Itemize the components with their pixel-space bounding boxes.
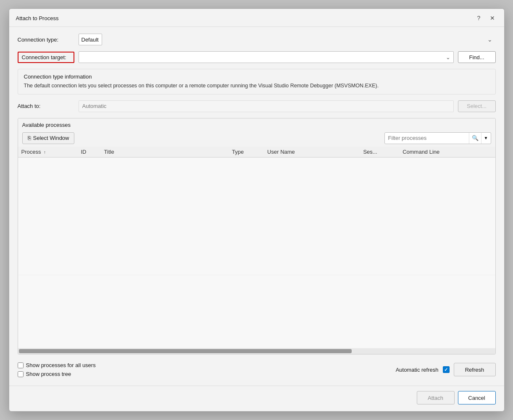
process-table-wrap: Process ↑ ID Title Type — [18, 147, 495, 348]
close-button[interactable]: ✕ — [487, 13, 497, 23]
filter-input[interactable] — [385, 135, 469, 141]
attach-button[interactable]: Attach — [417, 391, 455, 404]
col-cmdline-label: Command Line — [403, 149, 439, 155]
connection-type-select-wrapper: Default — [79, 34, 496, 45]
col-id-label: ID — [81, 149, 86, 155]
title-bar: Attach to Process ? ✕ — [9, 9, 504, 27]
automatic-refresh-checkbox[interactable] — [443, 366, 450, 373]
connection-type-label: Connection type: — [18, 37, 74, 43]
attach-to-label: Attach to: — [18, 103, 74, 109]
col-username-label: User Name — [267, 149, 295, 155]
processes-toolbar: ⎘ Select Window 🔍 ▼ — [18, 131, 495, 147]
connection-type-select[interactable]: Default — [79, 34, 102, 45]
col-session-label: Ses... — [363, 149, 377, 155]
search-icon: 🔍 — [472, 135, 479, 141]
horizontal-scrollbar[interactable] — [18, 348, 495, 354]
bottom-left-options: Show processes for all users Show proces… — [18, 362, 96, 377]
info-box-title: Connection type information — [24, 74, 489, 80]
col-cmdline[interactable]: Command Line — [399, 147, 495, 158]
available-processes-section: Available processes ⎘ Select Window 🔍 ▼ — [18, 118, 496, 354]
col-id[interactable]: ID — [77, 147, 100, 158]
connection-target-label: Connection target: — [18, 52, 74, 63]
process-table: Process ↑ ID Title Type — [18, 147, 495, 275]
table-body — [18, 157, 495, 275]
col-type[interactable]: Type — [229, 147, 264, 158]
col-username[interactable]: User Name — [264, 147, 360, 158]
show-process-tree-label[interactable]: Show process tree — [26, 371, 71, 377]
filter-wrap: 🔍 ▼ — [384, 132, 491, 144]
info-box-text: The default connection lets you select p… — [24, 82, 489, 90]
bottom-right-options: Automatic refresh Refresh — [396, 363, 496, 376]
sort-arrow-process: ↑ — [44, 150, 46, 155]
title-bar-controls: ? ✕ — [474, 13, 497, 23]
select-window-icon: ⎘ — [28, 135, 31, 141]
available-processes-label: Available processes — [22, 122, 71, 128]
select-button[interactable]: Select... — [458, 100, 496, 112]
connection-type-row: Connection type: Default — [18, 34, 496, 45]
connection-target-select[interactable] — [79, 51, 454, 63]
select-window-button[interactable]: ⎘ Select Window — [22, 132, 75, 144]
cancel-button[interactable]: Cancel — [458, 391, 496, 404]
filter-search-button[interactable]: 🔍 — [469, 133, 481, 144]
available-processes-header: Available processes — [18, 118, 495, 131]
show-all-users-checkbox[interactable] — [18, 362, 24, 368]
show-all-users-label[interactable]: Show processes for all users — [26, 362, 96, 368]
bottom-options: Show processes for all users Show proces… — [18, 360, 496, 379]
connection-target-select-wrap — [79, 51, 454, 63]
col-title[interactable]: Title — [101, 147, 229, 158]
attach-to-process-dialog: Attach to Process ? ✕ Connection type: D… — [9, 8, 505, 412]
col-process-label: Process — [21, 149, 41, 155]
col-process[interactable]: Process ↑ — [18, 147, 78, 158]
show-process-tree-row: Show process tree — [18, 371, 96, 377]
show-process-tree-checkbox[interactable] — [18, 371, 24, 377]
table-header: Process ↑ ID Title Type — [18, 147, 495, 158]
attach-to-row: Attach to: Select... — [18, 100, 496, 112]
col-type-label: Type — [232, 149, 244, 155]
col-session[interactable]: Ses... — [360, 147, 399, 158]
refresh-button[interactable]: Refresh — [454, 363, 496, 376]
dialog-title: Attach to Process — [16, 15, 59, 21]
attach-to-input[interactable] — [79, 100, 454, 112]
filter-dropdown-button[interactable]: ▼ — [481, 133, 491, 144]
select-window-label: Select Window — [33, 135, 69, 141]
dialog-footer: Attach Cancel — [9, 386, 504, 411]
find-button[interactable]: Find... — [458, 51, 496, 63]
chevron-down-icon: ▼ — [484, 136, 488, 140]
scrollbar-thumb[interactable] — [19, 349, 352, 353]
show-all-users-row: Show processes for all users — [18, 362, 96, 368]
connection-target-row: Connection target: Find... — [18, 51, 496, 63]
automatic-refresh-label: Automatic refresh — [396, 367, 439, 373]
dialog-body: Connection type: Default Connection targ… — [9, 27, 504, 386]
col-title-label: Title — [104, 149, 114, 155]
help-button[interactable]: ? — [474, 13, 484, 23]
info-box: Connection type information The default … — [18, 69, 496, 94]
